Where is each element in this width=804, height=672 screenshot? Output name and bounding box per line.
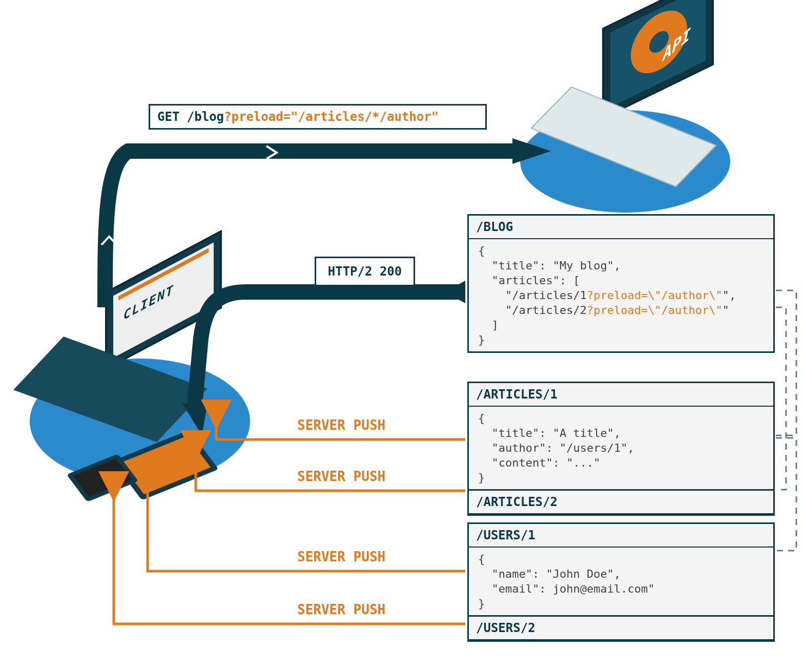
response-blog-body: { "title": "My blog", "articles": [ "/ar… — [469, 239, 773, 351]
laptop-screen: CLIENT — [105, 230, 222, 370]
request-query: ?preload="/articles/*/author" — [224, 110, 439, 124]
response-blog-title: /BLOG — [469, 216, 773, 239]
diagram-stage: API CLIENT GET /blog ?pre — [0, 0, 804, 672]
request-method: GET — [157, 110, 179, 124]
server-push-label-1: SERVER PUSH — [297, 417, 385, 433]
client-label: CLIENT — [122, 281, 176, 324]
response-users-panel: /USERS/1 { "name": "John Doe", "email": … — [467, 522, 775, 642]
http-status-box: HTTP/2 200 — [315, 257, 415, 286]
request-path: /blog — [187, 110, 224, 124]
client-laptop-illustration: CLIENT — [38, 292, 223, 425]
response-user2-title: /USERS/2 — [469, 615, 773, 640]
dash-blog-to-articles2 — [776, 307, 786, 490]
response-article1-body: { "title": "A title", "author": "/users/… — [469, 407, 773, 489]
response-blog-panel: /BLOG { "title": "My blog", "articles": … — [467, 214, 775, 353]
response-arrow-path — [195, 292, 465, 405]
response-arrow-tail — [445, 281, 465, 303]
dash-blog-to-articles — [776, 290, 796, 435]
response-user1-body: { "name": "John Doe", "email": john@emai… — [469, 548, 773, 615]
server-push-label-3: SERVER PUSH — [297, 549, 385, 564]
dash-article-to-user — [776, 438, 796, 551]
response-article2-title: /ARTICLES/2 — [469, 489, 773, 514]
api-monitor: API — [602, 0, 714, 119]
api-monitor-inner: API — [610, 0, 706, 107]
server-push-label-4: SERVER PUSH — [297, 602, 385, 617]
response-article1-title: /ARTICLES/1 — [469, 383, 773, 407]
push-arrow-4 — [114, 494, 465, 624]
response-articles-panel: /ARTICLES/1 { "title": "A title", "autho… — [467, 382, 775, 516]
api-server-illustration: API — [561, 28, 715, 161]
response-user1-title: /USERS/1 — [469, 524, 773, 548]
server-push-label-2: SERVER PUSH — [297, 469, 385, 484]
request-box: GET /blog ?preload="/articles/*/author" — [149, 104, 487, 130]
